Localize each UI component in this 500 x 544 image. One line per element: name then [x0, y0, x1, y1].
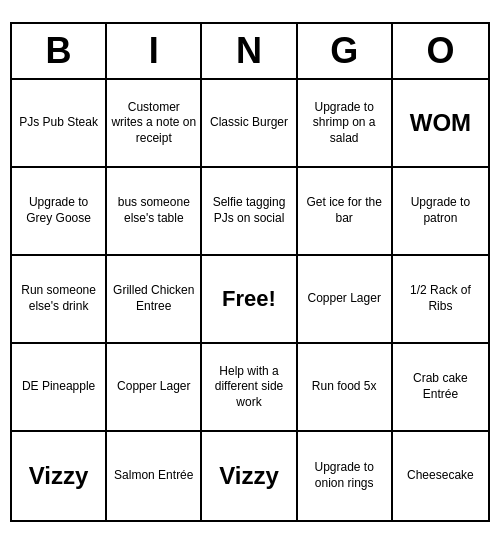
- bingo-cell-10[interactable]: Run someone else's drink: [12, 256, 107, 344]
- bingo-cell-9[interactable]: Upgrade to patron: [393, 168, 488, 256]
- bingo-letter-n: N: [202, 24, 297, 78]
- bingo-cell-14[interactable]: 1/2 Rack of Ribs: [393, 256, 488, 344]
- bingo-cell-8[interactable]: Get ice for the bar: [298, 168, 393, 256]
- bingo-cell-19[interactable]: Crab cake Entrée: [393, 344, 488, 432]
- bingo-cell-7[interactable]: Selfie tagging PJs on social: [202, 168, 297, 256]
- bingo-cell-6[interactable]: bus someone else's table: [107, 168, 202, 256]
- bingo-cell-1[interactable]: Customer writes a note on receipt: [107, 80, 202, 168]
- bingo-cell-12[interactable]: Free!: [202, 256, 297, 344]
- bingo-cell-21[interactable]: Salmon Entrée: [107, 432, 202, 520]
- bingo-cell-15[interactable]: DE Pineapple: [12, 344, 107, 432]
- bingo-cell-13[interactable]: Copper Lager: [298, 256, 393, 344]
- bingo-letter-g: G: [298, 24, 393, 78]
- bingo-cell-23[interactable]: Upgrade to onion rings: [298, 432, 393, 520]
- bingo-cell-11[interactable]: Grilled Chicken Entree: [107, 256, 202, 344]
- bingo-cell-5[interactable]: Upgrade to Grey Goose: [12, 168, 107, 256]
- bingo-letter-i: I: [107, 24, 202, 78]
- bingo-header: BINGO: [12, 24, 488, 80]
- bingo-cell-4[interactable]: WOM: [393, 80, 488, 168]
- bingo-cell-24[interactable]: Cheesecake: [393, 432, 488, 520]
- bingo-cell-0[interactable]: PJs Pub Steak: [12, 80, 107, 168]
- bingo-card: BINGO PJs Pub SteakCustomer writes a not…: [10, 22, 490, 522]
- bingo-cell-22[interactable]: Vizzy: [202, 432, 297, 520]
- bingo-cell-20[interactable]: Vizzy: [12, 432, 107, 520]
- bingo-cell-16[interactable]: Copper Lager: [107, 344, 202, 432]
- bingo-cell-2[interactable]: Classic Burger: [202, 80, 297, 168]
- bingo-cell-3[interactable]: Upgrade to shrimp on a salad: [298, 80, 393, 168]
- bingo-letter-b: B: [12, 24, 107, 78]
- bingo-letter-o: O: [393, 24, 488, 78]
- bingo-grid: PJs Pub SteakCustomer writes a note on r…: [12, 80, 488, 520]
- bingo-cell-18[interactable]: Run food 5x: [298, 344, 393, 432]
- bingo-cell-17[interactable]: Help with a different side work: [202, 344, 297, 432]
